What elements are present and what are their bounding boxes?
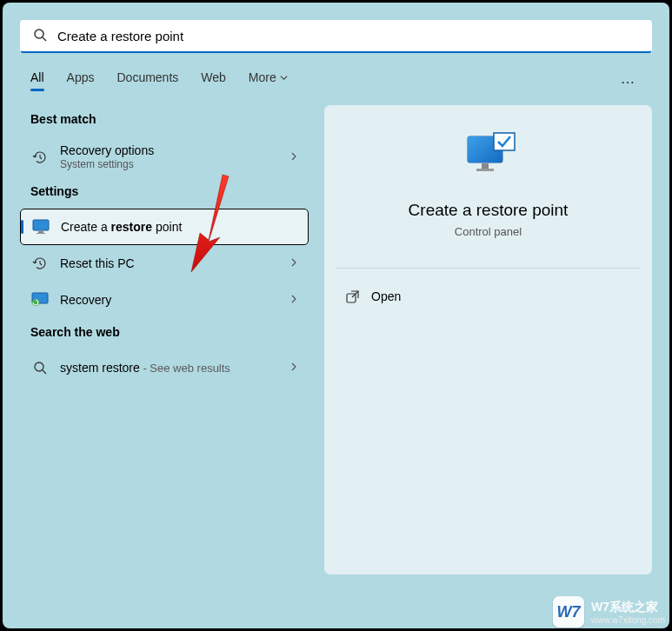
svg-point-0 — [35, 30, 43, 38]
section-best-match-title: Best match — [30, 112, 309, 126]
watermark-line2: www.w7xitong.com — [591, 615, 665, 625]
result-create-restore-point[interactable]: Create a restore point — [20, 209, 309, 245]
overflow-menu-button[interactable]: ⋯ — [614, 74, 642, 90]
preview-app-icon — [336, 131, 640, 180]
search-bar[interactable] — [20, 20, 652, 53]
tab-more-label: More — [249, 70, 276, 84]
svg-line-8 — [43, 370, 46, 374]
svg-rect-2 — [33, 220, 49, 230]
result-web-system-restore[interactable]: system restore - See web results — [20, 349, 309, 386]
search-icon — [30, 358, 50, 377]
svg-rect-12 — [476, 169, 494, 171]
chevron-right-icon — [289, 294, 298, 306]
action-open[interactable]: Open — [336, 284, 640, 309]
action-open-label: Open — [371, 289, 401, 303]
svg-point-7 — [35, 362, 43, 371]
monitor-icon — [31, 217, 50, 236]
start-search-window: All Apps Documents Web More ⋯ Best match… — [3, 3, 669, 628]
result-title: system restore - See web results — [60, 361, 289, 375]
chevron-right-icon — [289, 257, 298, 269]
tab-documents[interactable]: Documents — [116, 70, 178, 93]
svg-line-1 — [43, 37, 46, 41]
recovery-monitor-icon — [30, 290, 50, 309]
result-reset-pc[interactable]: Reset this PC — [20, 245, 309, 282]
watermark-line1: W7系统之家 — [591, 600, 665, 615]
tab-more[interactable]: More — [249, 70, 288, 93]
preview-pane: Create a restore point Control panel Ope… — [324, 105, 652, 575]
open-icon — [345, 289, 359, 303]
watermark-badge: W7 — [553, 596, 584, 628]
result-title: Recovery options — [60, 143, 289, 157]
section-web-title: Search the web — [30, 325, 309, 339]
tab-all[interactable]: All — [30, 70, 44, 93]
chevron-right-icon — [289, 362, 298, 374]
result-title: Recovery — [60, 293, 289, 307]
result-title: Create a restore point — [61, 220, 297, 234]
result-recovery-options[interactable]: Recovery options System settings — [20, 136, 309, 177]
result-subtitle: System settings — [60, 158, 289, 170]
results-pane: Best match Recovery options System setti… — [20, 105, 309, 575]
chevron-right-icon — [289, 151, 298, 163]
svg-rect-3 — [38, 231, 43, 233]
search-input[interactable] — [57, 29, 639, 43]
svg-rect-13 — [494, 133, 515, 150]
search-icon — [33, 28, 47, 45]
result-recovery[interactable]: Recovery — [20, 282, 309, 318]
preview-subtitle: Control panel — [336, 225, 640, 238]
chevron-down-icon — [280, 70, 288, 84]
result-title: Reset this PC — [60, 256, 289, 270]
recovery-history-icon — [30, 148, 50, 167]
tab-apps[interactable]: Apps — [67, 70, 95, 93]
watermark: W7 W7系统之家 www.w7xitong.com — [553, 596, 665, 628]
section-settings-title: Settings — [30, 184, 309, 198]
preview-title: Create a restore point — [336, 201, 640, 220]
svg-rect-4 — [37, 233, 45, 234]
tab-web[interactable]: Web — [201, 70, 226, 93]
filter-tabs: All Apps Documents Web More ⋯ — [20, 70, 652, 93]
divider — [336, 268, 640, 269]
svg-rect-11 — [482, 163, 489, 169]
recovery-history-icon — [30, 254, 50, 273]
